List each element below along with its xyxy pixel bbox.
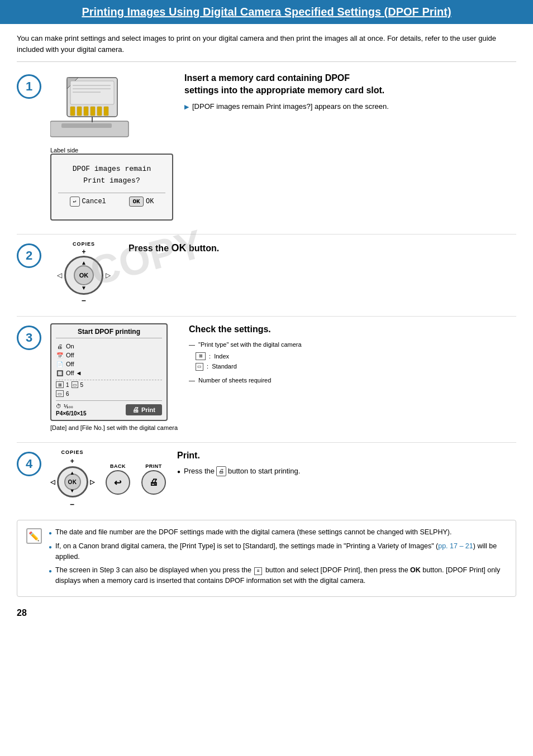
print-button[interactable]: 🖨 Print	[126, 404, 162, 415]
ok-box-icon: OK	[129, 197, 144, 207]
print-type-text: "Print type" set with the digital camera	[198, 340, 302, 350]
index-annotation: ⊞ : Index	[196, 352, 516, 361]
print-button-step4[interactable]: 🖨	[141, 470, 166, 495]
step-1-arrow-point: [DPOF images remain Print images?] appea…	[184, 102, 516, 112]
index-colon: :	[209, 352, 211, 361]
svg-rect-9	[91, 107, 95, 116]
page: Printing Images Using Digital Camera Spe…	[0, 0, 533, 756]
print-type-annotation: — "Print type" set with the digital came…	[189, 340, 516, 350]
settings-row-3: 📄 Off	[56, 360, 162, 369]
note-bullet-2: ●	[49, 543, 52, 551]
dpof-dialog-screen: DPOF images remain Print images? ↩ Cance…	[50, 154, 173, 221]
step-2-heading: Press the OK button.	[129, 241, 516, 255]
step-4-buttons: COPIES + ◁ OK ▲ ▼ ▷ –	[50, 449, 166, 509]
file-icon: 📄	[56, 360, 64, 368]
page-title-underlined: Printing Images Using Digital Camera Spe…	[82, 6, 451, 18]
svg-rect-13	[61, 123, 112, 128]
ok-button-illustration: COPIES + ◁ OK ▲ ▼ ▷ –	[50, 241, 117, 305]
standard-colon: :	[207, 362, 208, 371]
svg-rect-6	[70, 107, 75, 116]
note-2: ● If, on a Canon brand digital camera, t…	[49, 541, 507, 562]
notes-content: ● The date and file number are the DPOF …	[49, 527, 507, 590]
notes-section: ✏️ ● The date and file number are the DP…	[17, 520, 516, 597]
step-3-content: Start DPOF printing 🖨 On 📅 Off 📄 Off	[50, 323, 516, 431]
step-3-heading: Check the settings.	[189, 323, 516, 336]
step-2-illustration: COPIES + ◁ OK ▲ ▼ ▷ –	[50, 241, 117, 305]
step-2-text: Press the OK button.	[129, 241, 516, 260]
step-1: 1	[17, 72, 516, 223]
divider-2	[17, 316, 516, 317]
svg-rect-10	[97, 107, 102, 116]
cancel-label: Cancel	[82, 198, 106, 205]
step-1-heading: Insert a memory card containing DPOF set…	[184, 72, 516, 97]
note-bullet-3: ●	[49, 567, 52, 575]
back-btn-group: BACK ↩	[106, 463, 130, 495]
step-3-text: Check the settings.	[189, 323, 516, 336]
timer-row: ⏱ ⅟₁₀₀	[56, 403, 87, 409]
timer-icon: ⏱	[56, 403, 61, 409]
step-3-annotations: — "Print type" set with the digital came…	[189, 340, 516, 385]
sheets-box-icon: ▭	[56, 390, 64, 397]
setting-off-1: Off	[66, 352, 74, 358]
printer-icon: 🖨	[56, 342, 64, 350]
index-count: 1	[66, 382, 69, 388]
step-4: 4 COPIES + ◁ OK ▲ ▼	[17, 449, 516, 509]
step-3-number: 3	[17, 326, 41, 350]
settings-screen: Start DPOF printing 🖨 On 📅 Off 📄 Off	[50, 323, 168, 421]
print-icon: 🖨	[132, 406, 139, 414]
up-arrow-icon: ▲	[81, 260, 87, 266]
plus-sign-step4: +	[70, 457, 75, 465]
settings-row-2: 📅 Off	[56, 351, 162, 360]
label-side-text: Label side	[50, 147, 173, 154]
left-arr-step4: ◁	[50, 479, 55, 486]
memory-card-svg	[50, 72, 145, 139]
svg-rect-7	[77, 107, 82, 116]
note-3: ● The screen in Step 3 can also be displ…	[49, 565, 507, 586]
standard-box-icon: ▭	[72, 381, 78, 388]
print-btn-label: Print	[141, 406, 155, 413]
left-arrow-icon: ◁	[57, 271, 62, 279]
plus-sign: +	[82, 248, 85, 256]
back-button[interactable]: ↩	[106, 470, 130, 495]
down-arr-step4: ▼	[70, 488, 75, 494]
note-text-3: The screen in Step 3 can also be display…	[55, 565, 507, 586]
step-4-illustration: COPIES + ◁ OK ▲ ▼ ▷ –	[50, 449, 166, 509]
note-1: ● The date and file number are the DPOF …	[49, 527, 507, 538]
standard-label: Standard	[212, 362, 237, 371]
dialog-line2: Print images?	[58, 175, 165, 187]
index-box-icon: ⊞	[56, 381, 64, 388]
step-3-right: Check the settings. — "Print type" set w…	[189, 323, 516, 387]
sheets-label: Number of sheets required	[198, 376, 271, 385]
standard-annotation: ▭ : Standard	[196, 362, 516, 371]
ok-center: OK	[74, 265, 94, 285]
setting-on: On	[66, 343, 74, 350]
settings-row-1: 🖨 On	[56, 342, 162, 351]
pencil-icon: ✏️	[26, 528, 42, 544]
dialog-cancel-btn: ↩ Cancel	[70, 197, 106, 207]
step-1-illustration: Label side DPOF images remain Print imag…	[50, 72, 173, 223]
setting-off-2: Off	[66, 361, 74, 367]
step-4-heading: Print.	[177, 449, 516, 462]
standard-count: 5	[80, 382, 84, 388]
standard-icon: ▭	[196, 363, 203, 371]
down-arrow-icon: ▼	[81, 285, 87, 291]
date-icon: 📅	[56, 351, 64, 359]
menu-icon-inline: ≡	[254, 567, 262, 575]
ok-label: OK	[146, 198, 154, 205]
memory-card-illustration	[50, 72, 145, 145]
page-ref-link[interactable]: pp. 17 – 21	[438, 542, 473, 550]
right-arrow-icon: ▷	[106, 271, 111, 279]
page-title: Printing Images Using Digital Camera Spe…	[17, 6, 516, 18]
minus-sign-step4: –	[70, 500, 74, 509]
up-arr-step4: ▲	[70, 470, 75, 476]
step-2: 2 COPIES + ◁ OK ▲ ▼ ▷ –	[17, 241, 516, 305]
dialog-line1: DPOF images remain	[58, 164, 165, 175]
back-arrow-icon: ↩	[70, 197, 80, 207]
svg-rect-11	[104, 107, 108, 116]
settings-title: Start DPOF printing	[56, 328, 162, 338]
step-4-number: 4	[17, 452, 41, 476]
note-bullet-1: ●	[49, 529, 52, 537]
step-2-content: COPIES + ◁ OK ▲ ▼ ▷ – Press	[50, 241, 516, 305]
step-4-text: Print. Press the 🖨 button to start print…	[177, 449, 516, 477]
note-text-2: If, on a Canon brand digital camera, the…	[55, 541, 507, 562]
